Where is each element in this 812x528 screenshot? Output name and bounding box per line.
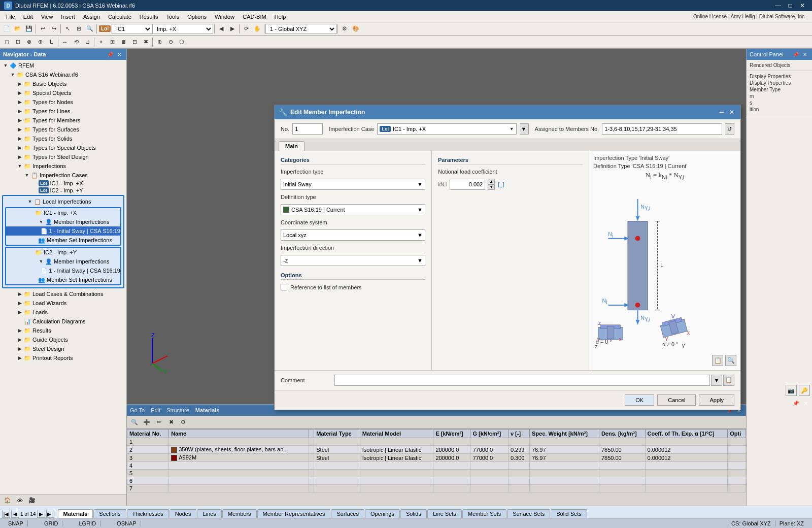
status-osnap[interactable]: OSNAP (113, 520, 141, 526)
undo-btn[interactable]: ↩ (37, 23, 48, 35)
tab-openings[interactable]: Openings (365, 509, 400, 518)
assigned-refresh-btn[interactable]: ↺ (725, 123, 734, 135)
t2-btn6[interactable]: ↔ (59, 37, 71, 48)
t2-btn10[interactable]: ⊞ (107, 37, 118, 48)
t2-btn11[interactable]: ≣ (118, 37, 129, 48)
t2-btn1[interactable]: ◻ (1, 37, 12, 48)
t2-btn7[interactable]: ⟲ (71, 37, 82, 48)
tree-types-surfaces[interactable]: ▶ 📁 Types for Surfaces (0, 125, 126, 134)
menu-options[interactable]: Options (183, 13, 211, 21)
mi2-arrow[interactable]: ▼ (38, 259, 45, 264)
minimize-button[interactable]: — (772, 2, 784, 10)
new-btn[interactable]: 📄 (1, 23, 12, 35)
tab-surface-sets[interactable]: Surface Sets (507, 509, 550, 518)
rendered-objects-item[interactable]: Rendered Objects (750, 62, 809, 69)
tab-sections[interactable]: Sections (93, 509, 126, 518)
ok-button[interactable]: OK (625, 394, 654, 406)
imperf-arrow[interactable]: ▼ (16, 163, 23, 169)
cp-close-btn[interactable]: ✕ (801, 50, 809, 58)
go-arrow[interactable]: ▶ (16, 337, 23, 342)
tree-types-nodes[interactable]: ▶ 📁 Types for Nodes (0, 97, 126, 107)
tsurfaces-arrow[interactable]: ▶ (16, 127, 23, 132)
tree-types-members[interactable]: ▶ 📁 Types for Members (0, 116, 126, 125)
coord-combo[interactable]: 1 - Global XYZ (265, 24, 336, 34)
number-input[interactable] (292, 123, 323, 135)
status-snap[interactable]: SNAP (4, 520, 28, 526)
menu-assign[interactable]: Assign (79, 13, 104, 21)
tlines-arrow[interactable]: ▶ (16, 109, 23, 114)
menu-edit[interactable]: Edit (19, 13, 37, 21)
nav-eye-btn[interactable]: 👁 (14, 496, 25, 505)
page-last-btn[interactable]: ▶| (46, 510, 54, 518)
page-prev-btn[interactable]: ◀ (11, 510, 19, 518)
save-btn[interactable]: 💾 (23, 23, 35, 35)
tree-calc-diagrams[interactable]: 📊 Calculation Diagrams (0, 317, 126, 326)
imperf-type-select[interactable]: Initial Sway ▼ (281, 179, 425, 190)
tree-printout[interactable]: ▶ 📁 Printout Reports (0, 353, 126, 362)
cp-bottom-close[interactable]: ✕ (802, 399, 810, 407)
comment-dropdown-btn[interactable]: ▼ (711, 375, 722, 386)
comment-input[interactable] (334, 375, 710, 386)
comment-copy-btn[interactable]: 📋 (723, 375, 734, 386)
apply-button[interactable]: Apply (699, 394, 734, 406)
t2-btn2[interactable]: ⊡ (12, 37, 23, 48)
tspecialobj-arrow[interactable]: ▶ (16, 145, 23, 150)
dialog-minimize-btn[interactable]: ─ (717, 108, 726, 117)
tab-member-sets[interactable]: Member Sets (462, 509, 506, 518)
tree-special[interactable]: ▶ 📁 Special Objects (0, 88, 126, 97)
menu-calculate[interactable]: Calculate (104, 13, 136, 21)
tree-types-lines[interactable]: ▶ 📁 Types for Lines (0, 107, 126, 116)
tree-project[interactable]: ▼ 📁 CSA S16 Webinar.rf6 (0, 70, 126, 79)
zoom-all-btn[interactable]: ⊞ (73, 23, 84, 35)
status-lgrid[interactable]: LGRID (75, 520, 100, 526)
close-button[interactable]: ✕ (797, 2, 808, 10)
tab-thicknesses[interactable]: Thicknesses (127, 509, 169, 518)
ic-combo-dropdown-btn[interactable]: ▼ (520, 123, 529, 135)
mi1-arrow[interactable]: ▼ (38, 219, 45, 224)
assigned-input[interactable] (602, 123, 722, 135)
display-props-item[interactable]: Display Properties (750, 73, 809, 80)
tmembers-arrow[interactable]: ▶ (16, 118, 23, 123)
member-type-item[interactable]: Member Type (750, 86, 809, 93)
zoom-in-btn[interactable]: 🔍 (84, 23, 95, 35)
tree-ic1-local[interactable]: 📁 IC1 - Imp. +X (6, 208, 120, 217)
tree-loads[interactable]: ▶ 📁 Loads (0, 308, 126, 317)
page-first-btn[interactable]: |◀ (2, 510, 10, 518)
select-btn[interactable]: ↖ (62, 23, 73, 35)
tree-rfem[interactable]: ▼ 🔷 RFEM (0, 61, 126, 70)
tree-guide-objects[interactable]: ▶ 📁 Guide Objects (0, 335, 126, 344)
rotate-btn[interactable]: ⟳ (241, 23, 252, 35)
imp-combo[interactable]: Imp. +X (152, 24, 213, 34)
t2-btn5[interactable]: Ⅼ (46, 37, 57, 48)
tab-members[interactable]: Members (222, 509, 257, 518)
page-next-btn[interactable]: ▶ (37, 510, 45, 518)
tree-member-set-imperf-2[interactable]: 👥 Member Set Imperfections (6, 275, 120, 284)
t2-btn16[interactable]: ⬡ (176, 37, 187, 48)
menu-file[interactable]: File (2, 13, 19, 21)
lc-arrow[interactable]: ▶ (16, 291, 23, 296)
tab-member-representatives[interactable]: Member Representatives (257, 509, 331, 518)
tab-lines[interactable]: Lines (197, 509, 221, 518)
t2-btn12[interactable]: ⊟ (129, 37, 140, 48)
t2-btn9[interactable]: ⌖ (95, 37, 107, 48)
rfem-arrow[interactable]: ▼ (2, 63, 9, 68)
t2-btn4[interactable]: ⊕ (35, 37, 46, 48)
tab-surfaces[interactable]: Surfaces (331, 509, 364, 518)
basic-arrow[interactable]: ▶ (16, 81, 23, 86)
local-imperf-arrow[interactable]: ▼ (26, 199, 33, 204)
display-btn[interactable]: ⚙ (339, 23, 350, 35)
tree-member-set-imperf-1[interactable]: 👥 Member Set Imperfections (6, 236, 120, 245)
open-btn[interactable]: 📂 (12, 23, 23, 35)
tree-initial-sway-1[interactable]: 📄 1 - Initial Sway | CSA S16:19 (6, 226, 120, 236)
render-btn[interactable]: 🎨 (350, 23, 361, 35)
menu-insert[interactable]: Insert (57, 13, 79, 21)
tsolids-arrow[interactable]: ▶ (16, 136, 23, 141)
t2-btn14[interactable]: ⊕ (154, 37, 165, 48)
prev-btn[interactable]: ◀ (216, 23, 227, 35)
loads-arrow[interactable]: ▶ (16, 310, 23, 315)
kn-up-btn[interactable]: ▲ (488, 179, 495, 184)
tab-line-sets[interactable]: Line Sets (427, 509, 462, 518)
t2-btn15[interactable]: ⊖ (165, 37, 176, 48)
menu-results[interactable]: Results (136, 13, 162, 21)
screenshot-btn2[interactable]: 🔑 (799, 385, 810, 396)
